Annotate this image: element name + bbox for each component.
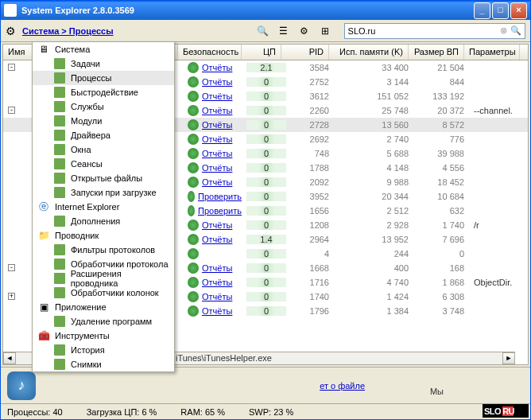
puzzle-icon (53, 258, 66, 270)
puzzle-icon (53, 86, 66, 99)
status-icon (188, 177, 199, 188)
puzzle-icon (53, 358, 66, 371)
puzzle-icon (53, 115, 66, 127)
menu-item[interactable]: Модули (33, 114, 174, 128)
menu-item[interactable]: Обработчики колонок (33, 286, 174, 300)
watermark: SLORU (483, 404, 529, 418)
statusbar: Процессы: 40 Загрузка ЦП: 6 % RAM: 65 % … (1, 403, 530, 419)
status-icon (188, 191, 195, 202)
puzzle-icon (53, 100, 66, 113)
menu-item[interactable]: Быстродействие (33, 85, 174, 99)
selected-app-icon: ♪ (7, 371, 36, 400)
status-icon (188, 162, 199, 173)
tools-icon: 🧰 (37, 329, 50, 342)
menu-item[interactable]: Открытые файлы (33, 171, 174, 185)
minimize-button[interactable]: _ (474, 2, 490, 19)
puzzle-icon (53, 272, 66, 285)
status-icon (188, 62, 199, 73)
menu-item[interactable]: Сеансы (33, 157, 174, 171)
windows-icon[interactable]: ⊞ (317, 23, 333, 39)
status-icon (188, 119, 199, 130)
status-icon (188, 205, 195, 216)
puzzle-icon (53, 172, 66, 185)
status-icon (188, 91, 199, 102)
menu-item[interactable]: Запуски при загрузке (33, 185, 174, 200)
puzzle-icon (53, 243, 66, 256)
menu-item[interactable]: Службы (33, 99, 174, 114)
col-pid[interactable]: PID (281, 45, 329, 60)
menu-item[interactable]: Фильтры протоколов (33, 243, 174, 257)
status-processes: Процессы: 40 (7, 407, 63, 417)
maximize-button[interactable]: □ (492, 2, 509, 19)
file-info-link[interactable]: ет о файле (320, 381, 365, 391)
breadcrumb[interactable]: Система > Процессы (22, 26, 114, 36)
menu-item[interactable]: Задачи (33, 56, 174, 71)
menu-item[interactable]: Удаление программ (33, 314, 174, 329)
go-icon[interactable]: 🔍 (510, 25, 521, 36)
menu-item[interactable]: Процессы (33, 71, 174, 85)
settings-icon[interactable]: ⚙ (297, 23, 312, 39)
menu-category-explorer[interactable]: 📁Проводник (33, 228, 174, 243)
scroll-left-button[interactable]: ◄ (3, 352, 16, 364)
status-icon (188, 277, 199, 288)
monitor-icon: 🖥 (37, 43, 50, 56)
gear-icon[interactable]: ⚙ (6, 25, 16, 37)
col-security[interactable]: Безопасность (178, 45, 242, 60)
menu-item[interactable]: Окна (33, 142, 174, 157)
puzzle-icon (53, 129, 66, 142)
col-cpu[interactable]: ЦП (242, 45, 281, 60)
col-mem[interactable]: Исп. памяти (K) (329, 45, 409, 60)
status-icon (188, 305, 199, 317)
col-vm[interactable]: Размер ВП (409, 45, 464, 60)
app-icon: ⚙ (4, 4, 17, 17)
menu-item[interactable]: Снимки (33, 357, 174, 371)
puzzle-icon (53, 344, 66, 356)
col-params[interactable]: Параметры (464, 45, 520, 60)
ie-icon: ⓔ (37, 200, 50, 213)
app-category-icon: ▣ (37, 301, 50, 313)
list-icon[interactable]: ☰ (276, 23, 292, 39)
status-icon (188, 105, 199, 116)
status-icon (188, 148, 199, 159)
puzzle-icon (53, 186, 66, 199)
folder-icon: 📁 (37, 229, 50, 242)
puzzle-icon (53, 72, 66, 84)
path-fragment: iTunes\iTunesHelper.exe (176, 353, 272, 363)
menu-item[interactable]: Драйвера (33, 128, 174, 142)
toolbar: ⚙ Система > Процессы 🔍 ☰ ⚙ ⊞ ⊗ 🔍 (1, 20, 530, 42)
puzzle-icon (53, 57, 66, 70)
status-swp: SWP: 23 % (249, 407, 293, 417)
search-box[interactable]: ⊗ 🔍 (344, 23, 525, 39)
status-icon (188, 234, 199, 245)
status-icon (188, 76, 199, 88)
status-icon (188, 262, 199, 274)
scroll-right-button[interactable]: ► (502, 352, 515, 364)
status-icon (188, 134, 199, 145)
menu-category-ie[interactable]: ⓔInternet Explorer (33, 200, 174, 214)
status-icon (188, 248, 199, 259)
menu-category-tools[interactable]: 🧰Инструменты (33, 329, 174, 343)
right-text: Мы (430, 387, 444, 396)
status-cpu: Загрузка ЦП: 6 % (87, 407, 157, 417)
status-icon (188, 220, 199, 231)
menu-category-system[interactable]: 🖥Система (33, 42, 174, 56)
menu-item[interactable]: Дополнения (33, 214, 174, 228)
menu-item[interactable]: История (33, 343, 174, 357)
window-title: System Explorer 2.8.0.3569 (21, 6, 134, 15)
menu-category-app[interactable]: ▣Приложение (33, 300, 174, 314)
status-icon (188, 291, 199, 302)
status-ram: RAM: 65 % (180, 407, 225, 417)
puzzle-icon (53, 143, 66, 156)
puzzle-icon (53, 158, 66, 170)
puzzle-icon (53, 315, 66, 328)
search-icon[interactable]: 🔍 (255, 23, 271, 39)
menu-item[interactable]: Расширения проводника (33, 271, 174, 286)
navigation-menu: 🖥Система ЗадачиПроцессыБыстродействиеСлу… (32, 41, 175, 372)
titlebar: ⚙ System Explorer 2.8.0.3569 _ □ × (1, 1, 530, 20)
puzzle-icon (53, 286, 66, 299)
close-button[interactable]: × (510, 2, 527, 19)
puzzle-icon (53, 215, 66, 228)
clear-icon[interactable]: ⊗ (500, 25, 507, 36)
search-input[interactable] (348, 26, 500, 36)
